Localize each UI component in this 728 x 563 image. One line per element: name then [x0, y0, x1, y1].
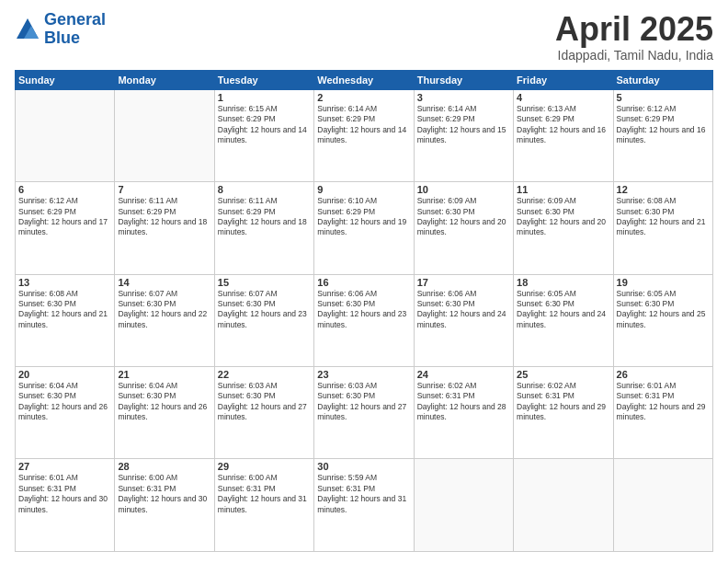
day-number: 11 — [517, 184, 609, 195]
day-cell: 26Sunrise: 6:01 AMSunset: 6:31 PMDayligh… — [613, 367, 712, 459]
col-sunday: Sunday — [16, 70, 115, 89]
day-number: 23 — [317, 369, 410, 380]
day-cell: 16Sunrise: 6:06 AMSunset: 6:30 PMDayligh… — [314, 274, 414, 366]
day-number: 2 — [317, 92, 410, 103]
day-cell: 22Sunrise: 6:03 AMSunset: 6:30 PMDayligh… — [214, 367, 313, 459]
day-number: 10 — [417, 184, 510, 195]
day-number: 1 — [218, 92, 311, 103]
day-cell: 24Sunrise: 6:02 AMSunset: 6:31 PMDayligh… — [414, 367, 513, 459]
week-row-2: 6Sunrise: 6:12 AMSunset: 6:29 PMDaylight… — [16, 182, 713, 274]
day-info: Sunrise: 6:02 AMSunset: 6:31 PMDaylight:… — [417, 381, 510, 423]
day-cell: 9Sunrise: 6:10 AMSunset: 6:29 PMDaylight… — [314, 182, 414, 274]
calendar-header-row: Sunday Monday Tuesday Wednesday Thursday… — [16, 70, 713, 89]
col-monday: Monday — [115, 70, 214, 89]
day-info: Sunrise: 6:00 AMSunset: 6:31 PMDaylight:… — [218, 473, 311, 515]
day-info: Sunrise: 6:09 AMSunset: 6:30 PMDaylight:… — [517, 196, 609, 238]
logo-line1: General — [44, 10, 106, 29]
day-number: 30 — [317, 461, 410, 472]
day-cell: 11Sunrise: 6:09 AMSunset: 6:30 PMDayligh… — [514, 182, 613, 274]
day-cell: 4Sunrise: 6:13 AMSunset: 6:29 PMDaylight… — [514, 89, 613, 181]
day-cell: 23Sunrise: 6:03 AMSunset: 6:30 PMDayligh… — [314, 367, 414, 459]
day-info: Sunrise: 6:01 AMSunset: 6:31 PMDaylight:… — [617, 381, 710, 423]
day-cell: 3Sunrise: 6:14 AMSunset: 6:29 PMDaylight… — [414, 89, 513, 181]
title-month: April 2025 — [555, 11, 713, 48]
logo: General Blue — [15, 11, 106, 48]
day-cell: 14Sunrise: 6:07 AMSunset: 6:30 PMDayligh… — [115, 274, 214, 366]
day-cell: 30Sunrise: 5:59 AMSunset: 6:31 PMDayligh… — [314, 459, 414, 552]
day-info: Sunrise: 6:12 AMSunset: 6:29 PMDaylight:… — [18, 196, 111, 238]
col-tuesday: Tuesday — [214, 70, 313, 89]
day-info: Sunrise: 6:07 AMSunset: 6:30 PMDaylight:… — [118, 289, 210, 331]
col-friday: Friday — [514, 70, 613, 89]
day-info: Sunrise: 6:05 AMSunset: 6:30 PMDaylight:… — [617, 289, 710, 331]
day-number: 27 — [18, 461, 111, 472]
day-cell: 17Sunrise: 6:06 AMSunset: 6:30 PMDayligh… — [414, 274, 513, 366]
logo-text: General Blue — [44, 11, 106, 48]
day-cell: 13Sunrise: 6:08 AMSunset: 6:30 PMDayligh… — [16, 274, 115, 366]
day-cell: 29Sunrise: 6:00 AMSunset: 6:31 PMDayligh… — [214, 459, 313, 552]
day-info: Sunrise: 6:14 AMSunset: 6:29 PMDaylight:… — [317, 104, 410, 146]
day-info: Sunrise: 6:00 AMSunset: 6:31 PMDaylight:… — [118, 473, 210, 515]
day-info: Sunrise: 6:14 AMSunset: 6:29 PMDaylight:… — [417, 104, 510, 146]
day-cell: 21Sunrise: 6:04 AMSunset: 6:30 PMDayligh… — [115, 367, 214, 459]
day-info: Sunrise: 6:06 AMSunset: 6:30 PMDaylight:… — [417, 289, 510, 331]
day-info: Sunrise: 6:11 AMSunset: 6:29 PMDaylight:… — [118, 196, 210, 238]
week-row-5: 27Sunrise: 6:01 AMSunset: 6:31 PMDayligh… — [16, 459, 713, 552]
day-number: 3 — [417, 92, 510, 103]
day-number: 4 — [517, 92, 609, 103]
day-number: 15 — [218, 277, 311, 288]
page: General Blue April 2025 Idappadi, Tamil … — [0, 0, 728, 563]
day-number: 14 — [118, 277, 210, 288]
col-saturday: Saturday — [613, 70, 712, 89]
calendar-table: Sunday Monday Tuesday Wednesday Thursday… — [15, 70, 713, 552]
day-info: Sunrise: 6:08 AMSunset: 6:30 PMDaylight:… — [18, 289, 111, 331]
day-cell — [613, 459, 712, 552]
day-cell: 27Sunrise: 6:01 AMSunset: 6:31 PMDayligh… — [16, 459, 115, 552]
day-info: Sunrise: 6:07 AMSunset: 6:30 PMDaylight:… — [218, 289, 311, 331]
day-cell: 8Sunrise: 6:11 AMSunset: 6:29 PMDaylight… — [214, 182, 313, 274]
day-info: Sunrise: 6:06 AMSunset: 6:30 PMDaylight:… — [317, 289, 410, 331]
day-number: 28 — [118, 461, 210, 472]
col-wednesday: Wednesday — [314, 70, 414, 89]
day-number: 19 — [617, 277, 710, 288]
day-cell: 18Sunrise: 6:05 AMSunset: 6:30 PMDayligh… — [514, 274, 613, 366]
day-number: 20 — [18, 369, 111, 380]
day-info: Sunrise: 6:04 AMSunset: 6:30 PMDaylight:… — [18, 381, 111, 423]
day-number: 26 — [617, 369, 710, 380]
day-cell: 7Sunrise: 6:11 AMSunset: 6:29 PMDaylight… — [115, 182, 214, 274]
day-number: 5 — [617, 92, 710, 103]
day-cell: 5Sunrise: 6:12 AMSunset: 6:29 PMDaylight… — [613, 89, 712, 181]
day-cell: 25Sunrise: 6:02 AMSunset: 6:31 PMDayligh… — [514, 367, 613, 459]
day-cell: 12Sunrise: 6:08 AMSunset: 6:30 PMDayligh… — [613, 182, 712, 274]
week-row-4: 20Sunrise: 6:04 AMSunset: 6:30 PMDayligh… — [16, 367, 713, 459]
day-number: 12 — [617, 184, 710, 195]
day-cell: 10Sunrise: 6:09 AMSunset: 6:30 PMDayligh… — [414, 182, 513, 274]
day-cell: 19Sunrise: 6:05 AMSunset: 6:30 PMDayligh… — [613, 274, 712, 366]
day-number: 17 — [417, 277, 510, 288]
day-number: 18 — [517, 277, 609, 288]
day-cell: 2Sunrise: 6:14 AMSunset: 6:29 PMDaylight… — [314, 89, 414, 181]
day-info: Sunrise: 6:10 AMSunset: 6:29 PMDaylight:… — [317, 196, 410, 238]
day-cell — [16, 89, 115, 181]
day-number: 8 — [218, 184, 311, 195]
day-info: Sunrise: 6:15 AMSunset: 6:29 PMDaylight:… — [218, 104, 311, 146]
day-cell: 28Sunrise: 6:00 AMSunset: 6:31 PMDayligh… — [115, 459, 214, 552]
title-block: April 2025 Idappadi, Tamil Nadu, India — [555, 11, 713, 63]
day-number: 7 — [118, 184, 210, 195]
day-cell — [115, 89, 214, 181]
day-info: Sunrise: 6:04 AMSunset: 6:30 PMDaylight:… — [118, 381, 210, 423]
day-info: Sunrise: 6:09 AMSunset: 6:30 PMDaylight:… — [417, 196, 510, 238]
col-thursday: Thursday — [414, 70, 513, 89]
day-info: Sunrise: 6:08 AMSunset: 6:30 PMDaylight:… — [617, 196, 710, 238]
day-info: Sunrise: 6:13 AMSunset: 6:29 PMDaylight:… — [517, 104, 609, 146]
day-cell — [514, 459, 613, 552]
day-number: 21 — [118, 369, 210, 380]
day-number: 6 — [18, 184, 111, 195]
day-cell: 6Sunrise: 6:12 AMSunset: 6:29 PMDaylight… — [16, 182, 115, 274]
day-info: Sunrise: 6:11 AMSunset: 6:29 PMDaylight:… — [218, 196, 311, 238]
day-info: Sunrise: 6:03 AMSunset: 6:30 PMDaylight:… — [218, 381, 311, 423]
day-info: Sunrise: 5:59 AMSunset: 6:31 PMDaylight:… — [317, 473, 410, 515]
day-cell: 20Sunrise: 6:04 AMSunset: 6:30 PMDayligh… — [16, 367, 115, 459]
day-cell: 1Sunrise: 6:15 AMSunset: 6:29 PMDaylight… — [214, 89, 313, 181]
day-number: 25 — [517, 369, 609, 380]
